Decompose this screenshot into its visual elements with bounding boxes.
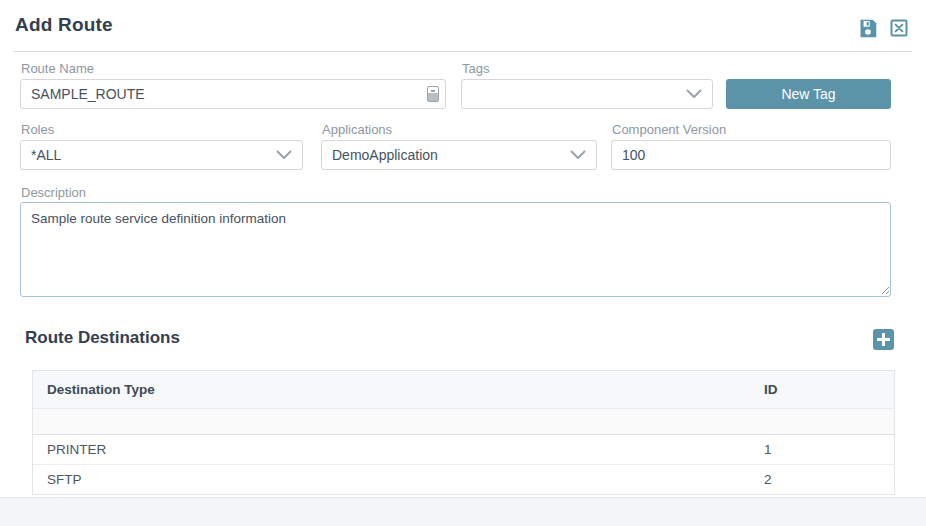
bottom-background-strip bbox=[0, 497, 926, 526]
plus-icon bbox=[877, 333, 890, 346]
route-name-field bbox=[20, 79, 446, 109]
applications-select[interactable]: DemoApplication bbox=[321, 140, 597, 170]
route-destinations-title: Route Destinations bbox=[25, 328, 180, 348]
destinations-table: Destination Type ID PRINTER 1 SFTP 2 bbox=[32, 370, 895, 495]
tags-label: Tags bbox=[462, 61, 489, 76]
description-textarea[interactable]: Sample route service definition informat… bbox=[20, 202, 891, 297]
cell-destination-type: PRINTER bbox=[33, 442, 764, 457]
chevron-down-icon bbox=[686, 89, 702, 99]
column-header-destination-type: Destination Type bbox=[33, 382, 764, 397]
roles-label: Roles bbox=[21, 122, 54, 137]
add-route-page: Add Route Route Name Tags New T bbox=[0, 0, 926, 526]
component-version-input[interactable] bbox=[611, 140, 891, 170]
page-title: Add Route bbox=[15, 14, 113, 36]
tags-select[interactable] bbox=[461, 79, 713, 109]
autofill-icon bbox=[427, 86, 439, 102]
component-version-label: Component Version bbox=[612, 122, 726, 137]
table-row[interactable]: PRINTER 1 bbox=[33, 434, 894, 464]
route-name-input[interactable] bbox=[20, 79, 446, 109]
title-divider bbox=[14, 51, 912, 52]
table-empty-row bbox=[33, 408, 894, 434]
roles-select[interactable]: *ALL bbox=[20, 140, 303, 170]
chevron-down-icon bbox=[570, 150, 586, 160]
save-icon[interactable] bbox=[856, 17, 878, 39]
table-row[interactable]: SFTP 2 bbox=[33, 464, 894, 494]
new-tag-button[interactable]: New Tag bbox=[726, 79, 891, 109]
applications-label: Applications bbox=[322, 122, 392, 137]
column-header-id: ID bbox=[764, 382, 894, 397]
route-name-label: Route Name bbox=[21, 61, 94, 76]
chevron-down-icon bbox=[276, 150, 292, 160]
applications-select-value: DemoApplication bbox=[332, 147, 438, 163]
description-label: Description bbox=[21, 185, 86, 200]
roles-select-value: *ALL bbox=[31, 147, 61, 163]
add-destination-button[interactable] bbox=[873, 329, 894, 350]
close-icon[interactable] bbox=[888, 17, 910, 39]
header-actions bbox=[856, 17, 910, 39]
table-header-row: Destination Type ID bbox=[33, 371, 894, 408]
cell-id: 2 bbox=[764, 472, 894, 487]
cell-destination-type: SFTP bbox=[33, 472, 764, 487]
cell-id: 1 bbox=[764, 442, 894, 457]
